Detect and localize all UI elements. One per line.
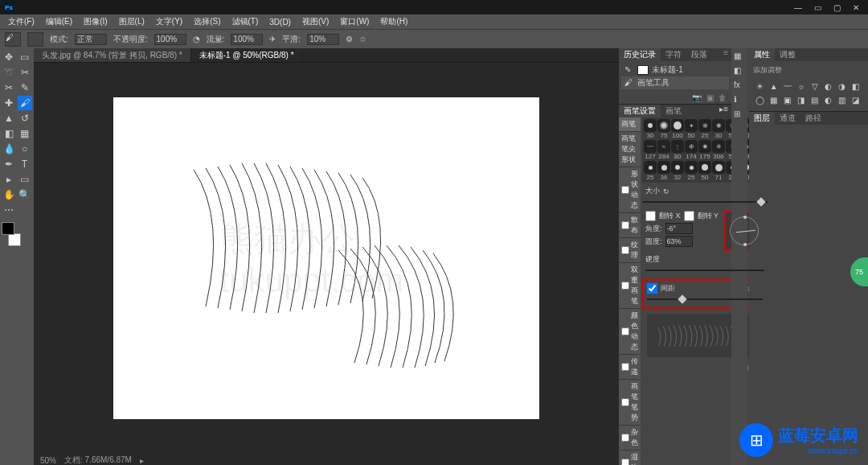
brushes-tab[interactable]: 画笔 xyxy=(661,105,686,117)
stamp-tool[interactable]: ▲ xyxy=(2,111,16,126)
channels-tab[interactable]: 通道 xyxy=(775,112,800,125)
paths-tab[interactable]: 路径 xyxy=(800,112,826,125)
dodge-tool[interactable]: ○ xyxy=(18,142,32,156)
posterize-icon[interactable]: ▤ xyxy=(809,94,821,105)
mixer-icon[interactable]: ▦ xyxy=(768,94,780,105)
brush-cat-pose[interactable]: 画笔笔势 xyxy=(619,380,641,426)
paragraph-tab[interactable]: 段落 xyxy=(686,48,712,61)
hue-icon[interactable]: ◐ xyxy=(823,80,834,92)
shape-tool[interactable]: ▭ xyxy=(18,172,32,187)
brush-settings-tab[interactable]: 画笔设置 xyxy=(619,105,661,117)
adjustments-tab[interactable]: 调整 xyxy=(775,48,800,61)
new-snapshot-icon[interactable]: ▣ xyxy=(706,93,714,102)
eraser-tool[interactable]: ◧ xyxy=(2,126,16,141)
brush-cat-transfer[interactable]: 传递 xyxy=(619,355,641,380)
brush-cat-shape[interactable]: 形状动态 xyxy=(619,167,641,213)
brush-cat-noise[interactable]: 杂色 xyxy=(619,426,641,451)
pressure-opacity-icon[interactable]: ◔ xyxy=(193,35,200,43)
foreground-color[interactable] xyxy=(2,222,14,235)
move-tool[interactable]: ✥ xyxy=(2,50,16,64)
spacing-slider[interactable] xyxy=(678,294,687,303)
brush-cat-wet[interactable]: 湿边 xyxy=(619,451,641,465)
doc-tab-2[interactable]: 未标题-1 @ 50%(RGB/8) * xyxy=(191,48,303,62)
brush-tool[interactable]: 🖌 xyxy=(18,96,32,110)
opacity-input[interactable] xyxy=(154,34,186,45)
history-brush-tool[interactable]: ↺ xyxy=(18,111,32,126)
flipy-check[interactable] xyxy=(684,211,694,221)
minimize-button[interactable]: — xyxy=(789,2,807,13)
smooth-input[interactable] xyxy=(307,34,339,45)
strip-nav-icon[interactable]: ⊞ xyxy=(734,109,745,121)
reset-size-icon[interactable]: ↻ xyxy=(663,187,671,195)
hand-tool[interactable]: ✋ xyxy=(2,187,16,202)
airbrush-icon[interactable]: ✈ xyxy=(269,35,276,43)
menu-type[interactable]: 文字(Y) xyxy=(151,16,187,27)
strip-swatches-icon[interactable]: ▦ xyxy=(734,51,745,63)
curves-icon[interactable]: 〰 xyxy=(782,80,793,92)
brush-preset-picker[interactable] xyxy=(27,32,43,47)
strip-info-icon[interactable]: ℹ xyxy=(734,95,745,106)
zoom-tool[interactable]: 🔍 xyxy=(18,187,32,202)
character-tab[interactable]: 字符 xyxy=(661,48,686,61)
restore-button[interactable]: ▭ xyxy=(809,2,826,13)
brush-cat-brushes[interactable]: 画笔 xyxy=(619,117,641,132)
angle-input[interactable] xyxy=(665,223,693,234)
color-swatches[interactable] xyxy=(2,222,26,246)
mode-select[interactable] xyxy=(75,34,107,45)
trash-icon[interactable]: 🗑 xyxy=(719,93,727,102)
lasso-tool[interactable]: ➰ xyxy=(2,65,16,80)
menu-edit[interactable]: 编辑(E) xyxy=(41,16,77,27)
brush-tool-icon[interactable]: 🖌 xyxy=(5,32,21,47)
menu-view[interactable]: 视图(V) xyxy=(297,16,334,27)
roundness-input[interactable] xyxy=(665,236,693,247)
vibrance-icon[interactable]: ▽ xyxy=(809,80,821,92)
levels-icon[interactable]: ▲ xyxy=(768,80,780,92)
brightness-icon[interactable]: ☀ xyxy=(755,80,766,92)
brush-cat-color[interactable]: 颜色动态 xyxy=(619,309,641,355)
zoom-level[interactable]: 50% xyxy=(40,456,56,465)
flipx-check[interactable] xyxy=(645,211,656,221)
brush-cat-texture[interactable]: 纹理 xyxy=(619,238,641,263)
lookup-icon[interactable]: ▣ xyxy=(782,94,793,105)
balance-icon[interactable]: ◑ xyxy=(837,80,848,92)
invert-icon[interactable]: ◨ xyxy=(796,94,807,105)
strip-color-icon[interactable]: ◧ xyxy=(734,66,745,77)
photo-filter-icon[interactable]: ◯ xyxy=(755,94,766,105)
layers-tab[interactable]: 图层 xyxy=(749,112,775,125)
type-tool[interactable]: T xyxy=(18,157,32,171)
close-button[interactable]: ✕ xyxy=(847,2,865,13)
threshold-icon[interactable]: ◐ xyxy=(823,94,834,105)
bw-icon[interactable]: ◧ xyxy=(850,80,862,92)
canvas-area[interactable]: 熊猫办公 tukuppt.com xyxy=(34,63,619,454)
strip-styles-icon[interactable]: fx xyxy=(734,80,745,92)
history-step[interactable]: 🖌 画笔工具 xyxy=(621,76,729,89)
maximize-button[interactable]: ▢ xyxy=(828,2,845,13)
spacing-check[interactable] xyxy=(647,283,657,294)
gradient-tool[interactable]: ▦ xyxy=(18,126,32,141)
size-slider[interactable] xyxy=(756,197,765,206)
pen-tool[interactable]: ✒ xyxy=(2,157,16,171)
exposure-icon[interactable]: ☼ xyxy=(796,80,807,92)
menu-layer[interactable]: 图层(L) xyxy=(114,16,149,27)
heal-tool[interactable]: ✚ xyxy=(2,96,16,110)
symmetry-icon[interactable]: ☆ xyxy=(359,35,366,43)
blur-tool[interactable]: 💧 xyxy=(2,142,16,156)
menu-help[interactable]: 帮助(H) xyxy=(375,16,412,27)
doc-tab-1[interactable]: 头发.jpg @ 84.7% (背景 拷贝, RGB/8) * xyxy=(34,48,191,62)
brush-cat-scatter[interactable]: 散布 xyxy=(619,213,641,238)
selective-icon[interactable]: ◪ xyxy=(850,94,862,105)
canvas[interactable]: 熊猫办公 tukuppt.com xyxy=(113,97,539,419)
gradient-map-icon[interactable]: ▥ xyxy=(837,94,848,105)
quick-select-tool[interactable]: ✂ xyxy=(18,65,32,80)
camera-icon[interactable]: 📷 xyxy=(692,93,702,102)
menu-window[interactable]: 窗口(W) xyxy=(335,16,374,27)
background-color[interactable] xyxy=(8,233,21,246)
menu-filter[interactable]: 滤镜(T) xyxy=(227,16,264,27)
brush-cat-tip[interactable]: 画笔笔尖形状 xyxy=(619,132,641,167)
gear-icon[interactable]: ⚙ xyxy=(346,35,353,43)
crop-tool[interactable]: ✂ xyxy=(2,80,16,95)
history-snapshot[interactable]: ✎ 未标题-1 xyxy=(621,64,729,76)
menu-file[interactable]: 文件(F) xyxy=(3,16,39,27)
properties-tab[interactable]: 属性 xyxy=(749,48,775,61)
menu-3d[interactable]: 3D(D) xyxy=(264,18,296,27)
